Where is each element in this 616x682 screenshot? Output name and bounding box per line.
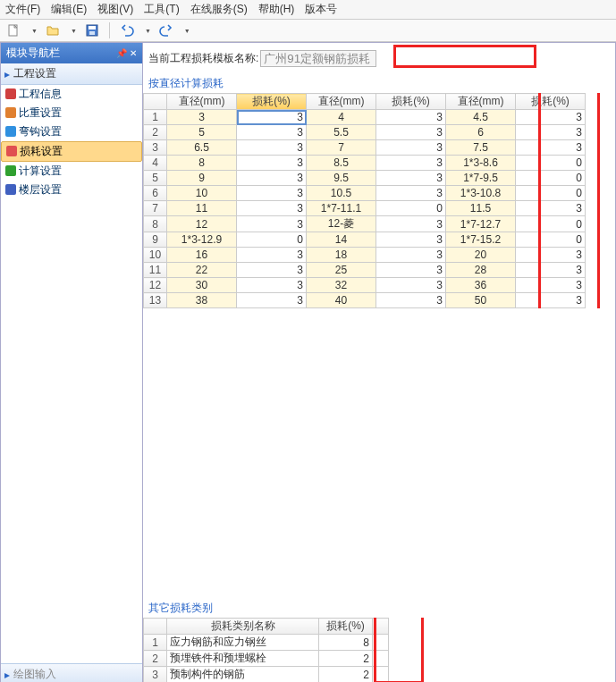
table-cell[interactable]: 8 [167, 156, 237, 171]
open-folder-icon[interactable] [43, 21, 63, 39]
table-cell[interactable]: 3 [516, 140, 586, 156]
col-header[interactable]: 直径(mm) [307, 94, 376, 110]
row-number[interactable]: 4 [144, 156, 167, 171]
dropdown-icon[interactable]: ▼ [71, 28, 77, 34]
row-number[interactable]: 7 [144, 201, 167, 216]
pin-icon[interactable]: 📌 ✕ [116, 48, 137, 58]
table-cell[interactable]: 3 [237, 293, 307, 308]
table-cell[interactable]: 6 [446, 125, 516, 140]
col-header[interactable]: 损耗(%) [376, 94, 446, 110]
row-number[interactable]: 12 [144, 278, 167, 293]
table-cell[interactable]: 7 [307, 140, 376, 156]
table-cell[interactable]: 3 [376, 263, 446, 278]
table-cell[interactable]: 3 [516, 293, 586, 308]
table-cell[interactable]: 12-菱 [307, 216, 376, 232]
col-header[interactable]: 损耗(%) [516, 94, 586, 110]
table-cell[interactable]: 0 [516, 171, 586, 186]
row-number[interactable]: 13 [144, 293, 167, 308]
table-cell[interactable]: 22 [167, 263, 237, 278]
menu-file[interactable]: 文件(F) [5, 2, 40, 17]
table-cell[interactable]: 3 [376, 140, 446, 156]
sidebar-item-0[interactable]: 工程信息 [1, 85, 142, 104]
table-cell[interactable]: 14 [307, 232, 376, 248]
table-cell[interactable]: 3 [516, 248, 586, 263]
table-cell[interactable]: 10.5 [307, 186, 376, 201]
table-cell[interactable]: 3 [237, 201, 307, 216]
table-cell[interactable]: 1*3-8.6 [446, 156, 516, 171]
row-number[interactable]: 3 [144, 140, 167, 156]
row-number[interactable]: 1 [144, 635, 167, 651]
save-icon[interactable] [82, 21, 102, 39]
table-cell[interactable]: 0 [516, 216, 586, 232]
table-cell[interactable]: 3 [376, 278, 446, 293]
table-cell[interactable]: 0 [237, 232, 307, 248]
col-header[interactable]: 直径(mm) [167, 94, 237, 110]
table-cell[interactable]: 36 [446, 278, 516, 293]
nav-group-header[interactable]: ▸ 工程设置 [1, 63, 142, 85]
nav-footer[interactable]: ▸ 绘图输入 [1, 663, 142, 682]
col-header[interactable]: 直径(mm) [446, 94, 516, 110]
row-number[interactable]: 2 [144, 125, 167, 140]
table-cell[interactable]: 9.5 [307, 171, 376, 186]
col-header[interactable]: 损耗(%) [237, 94, 307, 110]
table-cell[interactable]: 50 [446, 293, 516, 308]
table-cell[interactable]: 7.5 [446, 140, 516, 156]
undo-icon[interactable] [117, 21, 137, 39]
row-number[interactable]: 8 [144, 216, 167, 232]
table-cell[interactable]: 3 [376, 232, 446, 248]
row-number[interactable]: 1 [144, 110, 167, 125]
table-cell[interactable]: 3 [376, 171, 446, 186]
table-cell[interactable]: 1*3-12.9 [167, 232, 237, 248]
table-cell[interactable]: 25 [307, 263, 376, 278]
row-number[interactable]: 3 [144, 667, 167, 683]
row-number[interactable]: 2 [144, 651, 167, 667]
table-cell[interactable]: 3 [237, 278, 307, 293]
table-cell[interactable]: 1*3-10.8 [446, 186, 516, 201]
dropdown-icon[interactable]: ▼ [31, 28, 38, 34]
table-cell[interactable]: 30 [167, 278, 237, 293]
table-cell[interactable]: 3 [237, 140, 307, 156]
diameter-loss-table[interactable]: 直径(mm)损耗(%)直径(mm)损耗(%)直径(mm)损耗(%)133434.… [143, 93, 586, 308]
redo-icon[interactable] [156, 21, 176, 39]
menu-help[interactable]: 帮助(H) [258, 2, 295, 17]
dropdown-icon[interactable]: ▼ [184, 28, 190, 34]
row-number[interactable]: 9 [144, 232, 167, 248]
sidebar-item-3[interactable]: 损耗设置 [1, 141, 142, 162]
table-cell[interactable]: 3 [376, 248, 446, 263]
table-cell[interactable]: 9 [167, 171, 237, 186]
menu-view[interactable]: 视图(V) [97, 2, 133, 17]
table-cell[interactable]: 2 [319, 667, 373, 683]
other-loss-table[interactable]: 损耗类别名称损耗(%)1应力钢筋和应力钢丝82预埋铁件和预埋螺栓23预制构件的钢… [143, 618, 389, 682]
col-header[interactable]: 损耗(%) [319, 619, 373, 635]
table-cell[interactable]: 38 [167, 293, 237, 308]
table-cell[interactable]: 3 [237, 186, 307, 201]
table-cell[interactable]: 1*7-12.7 [446, 216, 516, 232]
dropdown-icon[interactable]: ▼ [145, 28, 151, 34]
table-cell[interactable]: 8.5 [307, 156, 376, 171]
table-cell[interactable]: 应力钢筋和应力钢丝 [167, 635, 319, 651]
sidebar-item-2[interactable]: 弯钩设置 [1, 122, 142, 141]
new-file-icon[interactable] [4, 21, 23, 39]
table-cell[interactable]: 3 [516, 201, 586, 216]
row-number[interactable]: 6 [144, 186, 167, 201]
table-cell[interactable]: 1*7-11.1 [307, 201, 376, 216]
table-cell[interactable]: 16 [167, 248, 237, 263]
table-cell[interactable]: 18 [307, 248, 376, 263]
table-cell[interactable]: 8 [319, 635, 373, 651]
table-cell[interactable]: 0 [516, 186, 586, 201]
table-cell[interactable]: 2 [319, 651, 373, 667]
sidebar-item-1[interactable]: 比重设置 [1, 104, 142, 122]
table-cell[interactable]: 5 [167, 125, 237, 140]
menu-edit[interactable]: 编辑(E) [51, 2, 87, 17]
col-header[interactable]: 损耗类别名称 [167, 619, 319, 635]
menu-version[interactable]: 版本号 [305, 2, 337, 17]
table-cell[interactable]: 预埋铁件和预埋螺栓 [167, 651, 319, 667]
table-cell[interactable]: 4.5 [446, 110, 516, 125]
table-cell[interactable]: 3 [237, 216, 307, 232]
table-cell[interactable]: 10 [167, 186, 237, 201]
table-cell[interactable]: 3 [237, 156, 307, 171]
row-number[interactable]: 11 [144, 263, 167, 278]
table-cell[interactable]: 3 [237, 263, 307, 278]
table-cell[interactable]: 3 [376, 110, 446, 125]
table-cell[interactable]: 1*7-9.5 [446, 171, 516, 186]
